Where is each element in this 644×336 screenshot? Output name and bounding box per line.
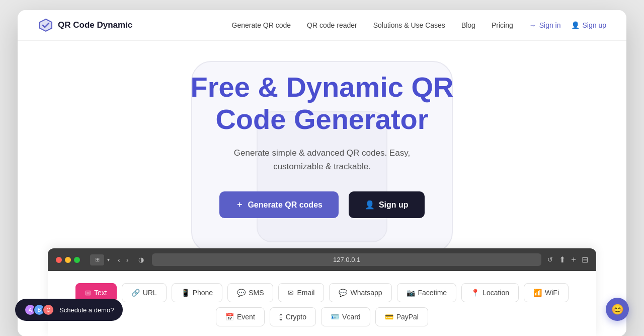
nav-pricing[interactable]: Pricing (492, 21, 513, 29)
hero-section: Free & Dynamic QR Code Generator Generat… (18, 41, 626, 336)
new-tab-icon[interactable]: ＋ (570, 254, 578, 265)
wifi-tab-icon: 📶 (533, 289, 542, 297)
tab-facetime[interactable]: 📷 Facetime (397, 283, 457, 302)
url-tab-icon: 🔗 (131, 289, 140, 297)
sign-up-icon: 👤 (571, 21, 580, 29)
schedule-demo-button[interactable]: A B C Schedule a demo? (15, 299, 123, 321)
browser-chevron: ▾ (107, 257, 110, 262)
user-plus-icon: 👤 (365, 200, 375, 210)
navbar: QR Code Dynamic Generate QR code QR code… (18, 10, 626, 41)
tab-url[interactable]: 🔗 URL (122, 283, 167, 302)
email-tab-icon: ✉ (288, 289, 294, 297)
chat-bubble-button[interactable]: 😊 (606, 298, 629, 321)
browser-nav: ‹ › (116, 255, 130, 265)
nav-links: Generate QR code QR code reader Solution… (232, 21, 513, 29)
browser-forward-btn[interactable]: › (124, 255, 131, 265)
dot-minimize[interactable] (65, 257, 71, 263)
tab-location[interactable]: 📍 Location (461, 283, 519, 302)
browser-back-btn[interactable]: ‹ (116, 255, 122, 265)
logo-icon (38, 17, 54, 33)
browser-dots (56, 257, 80, 263)
browser-actions: ⬆ ＋ ⊟ (559, 254, 588, 265)
tab-vcard[interactable]: 🪪 Vcard (321, 307, 370, 326)
demo-avatar-3: C (42, 304, 54, 316)
nav-solutions[interactable]: Solutions & Use Cases (373, 21, 445, 29)
hero-signup-button[interactable]: 👤 Sign up (349, 191, 425, 218)
tab-email[interactable]: ✉ Email (278, 283, 324, 302)
logo-text: QR Code Dynamic (58, 20, 132, 30)
vcard-tab-icon: 🪪 (331, 313, 339, 321)
chat-bubble-icon: 😊 (611, 303, 624, 315)
nav-qr-reader[interactable]: QR code reader (307, 21, 357, 29)
paypal-tab-icon: 💳 (385, 313, 393, 321)
tab-paypal[interactable]: 💳 PayPal (375, 307, 428, 326)
whatsapp-tab-icon: 💬 (339, 289, 347, 297)
hero-buttons: ＋ Generate QR codes 👤 Sign up (38, 191, 606, 218)
plus-icon: ＋ (235, 199, 244, 210)
nav-blog[interactable]: Blog (461, 21, 475, 29)
logo-area: QR Code Dynamic (38, 17, 132, 33)
crypto-tab-icon: ₿ (279, 313, 283, 321)
tab-crypto[interactable]: ₿ Crypto (270, 307, 316, 326)
location-tab-icon: 📍 (471, 289, 479, 297)
browser-bar: ⊞ ▾ ‹ › ◑ 127.0.0.1 ↺ ⬆ ＋ ⊟ (48, 248, 596, 271)
share-icon[interactable]: ⬆ (559, 255, 566, 264)
tab-event[interactable]: 📅 Event (216, 307, 265, 326)
brightness-icon: ◑ (138, 256, 144, 263)
generate-qr-codes-button[interactable]: ＋ Generate QR codes (219, 191, 339, 218)
browser-view-btn[interactable]: ⊞ (90, 254, 104, 265)
sidebar-icon[interactable]: ⊟ (582, 255, 588, 264)
qr-tabs-row1: ⊞ Text 🔗 URL 📱 Phone 💬 SMS (68, 283, 576, 302)
dot-close[interactable] (56, 257, 62, 263)
schedule-demo-label: Schedule a demo? (59, 306, 114, 314)
tab-sms[interactable]: 💬 SMS (227, 283, 273, 302)
tab-phone[interactable]: 📱 Phone (172, 283, 222, 302)
hero-subtitle: Generate simple & advanced QR codes. Eas… (38, 146, 606, 173)
hero-content: Free & Dynamic QR Code Generator Generat… (38, 71, 606, 218)
browser-controls: ⊞ ▾ (90, 254, 110, 265)
sign-up-button[interactable]: 👤 Sign up (571, 21, 606, 29)
nav-generate-qr[interactable]: Generate QR code (232, 21, 291, 29)
browser-mockup: ⊞ ▾ ‹ › ◑ 127.0.0.1 ↺ ⬆ ＋ ⊟ (48, 248, 596, 336)
event-tab-icon: 📅 (225, 313, 234, 321)
hero-title: Free & Dynamic QR Code Generator (38, 71, 606, 136)
browser-url-bar[interactable]: 127.0.0.1 (152, 253, 541, 266)
sms-tab-icon: 💬 (237, 289, 246, 297)
dot-maximize[interactable] (74, 257, 80, 263)
reload-icon[interactable]: ↺ (547, 256, 553, 263)
sign-in-button[interactable]: → Sign in (529, 21, 561, 29)
sign-in-icon: → (529, 21, 536, 29)
browser-content: ⊞ Text 🔗 URL 📱 Phone 💬 SMS (48, 271, 596, 336)
phone-tab-icon: 📱 (181, 289, 190, 297)
facetime-tab-icon: 📷 (407, 289, 415, 297)
demo-avatars: A B C (24, 304, 54, 316)
tab-wifi[interactable]: 📶 WiFi (524, 283, 569, 302)
main-window: QR Code Dynamic Generate QR code QR code… (18, 10, 626, 336)
nav-actions: → Sign in 👤 Sign up (529, 21, 606, 29)
tab-whatsapp[interactable]: 💬 Whatsapp (329, 283, 391, 302)
text-tab-icon: ⊞ (85, 289, 91, 297)
qr-tabs-row2: 📅 Event ₿ Crypto 🪪 Vcard 💳 PayPal (68, 307, 576, 326)
